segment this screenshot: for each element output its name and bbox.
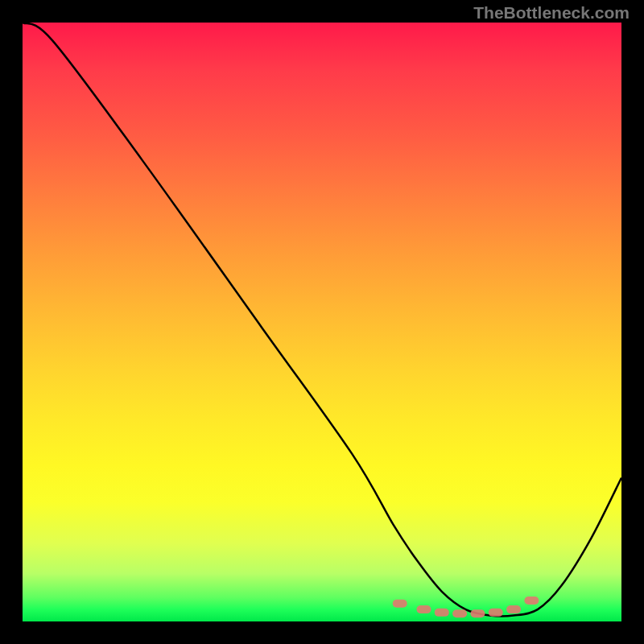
watermark-text: TheBottleneck.com (473, 3, 630, 23)
chart-background (23, 23, 621, 621)
